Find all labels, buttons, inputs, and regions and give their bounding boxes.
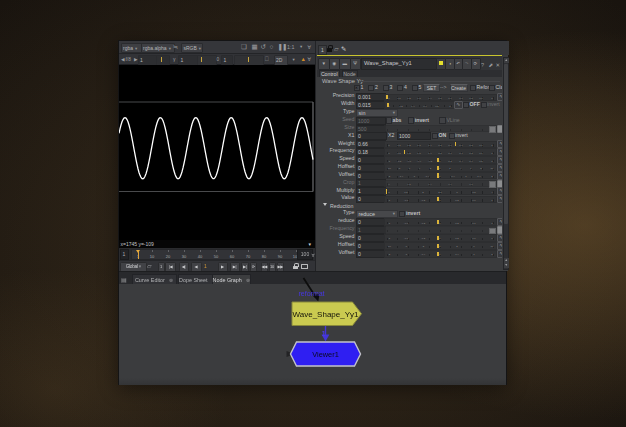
extra-label: 0 [217, 54, 220, 65]
node-tree-button[interactable]: Ψ [350, 58, 362, 70]
slider-marker[interactable] [387, 103, 388, 107]
pause-icon[interactable]: ❚❚ [278, 41, 287, 54]
scroll-up-icon[interactable]: ▲ [504, 58, 509, 63]
chevron-down-icon[interactable]: ▾ [300, 41, 302, 54]
ON-checkbox[interactable] [432, 133, 438, 139]
collapse-button[interactable]: ▼ [318, 58, 330, 70]
grid-icon[interactable]: ▦ [252, 41, 258, 54]
slider-marker[interactable] [437, 158, 438, 162]
max-panels-field[interactable]: 1 [318, 45, 327, 56]
lock-icon[interactable] [293, 263, 299, 270]
revert-icon[interactable]: ⟳ [471, 58, 481, 70]
slider-marker[interactable] [437, 197, 438, 201]
gamut-warning-icon[interactable]: ▲ [301, 54, 306, 65]
clapperboard-icon[interactable]: ▱ [147, 261, 152, 272]
ruler-frame-label: 60 [227, 254, 237, 259]
zoom-level[interactable]: 1:1 [287, 41, 295, 54]
preset-checkbox-3[interactable] [383, 85, 389, 91]
input-process-icon[interactable]: ≒ [173, 41, 178, 54]
invert-checkbox[interactable] [481, 102, 487, 108]
slider-tick-label: 0.8 [467, 183, 475, 186]
knob-row: Precision0.00100.10.20.30.40.50.60.70.80… [317, 92, 502, 100]
channels-dropdown[interactable]: rgba▾ [121, 43, 143, 54]
set-button[interactable]: SET [423, 84, 440, 93]
overlay-menu-icon[interactable]: ∀ [308, 41, 311, 54]
slider-marker[interactable] [455, 142, 456, 146]
chevron-down-icon[interactable]: ▾ [308, 241, 311, 247]
lut-dropdown[interactable]: sRGB▾ [181, 43, 203, 54]
layer-dropdown[interactable]: rgba.alpha▾ [141, 43, 175, 54]
tab-control[interactable]: Control [319, 70, 340, 77]
slider-marker[interactable] [437, 252, 438, 256]
minimize-button[interactable]: ▬ [339, 58, 351, 70]
collapse-triangle-icon[interactable] [323, 203, 327, 208]
invert-checkbox[interactable] [408, 117, 414, 123]
close-icon[interactable]: ⊗ [169, 277, 173, 283]
ruler-tick [280, 250, 281, 253]
roi-icon[interactable]: ○ [270, 41, 274, 54]
viewer-image-area[interactable] [119, 65, 315, 240]
clamp-checkbox[interactable] [489, 85, 495, 91]
slider-marker[interactable] [437, 173, 438, 177]
knob-value-field[interactable]: 0 [356, 250, 386, 258]
lock-icon[interactable] [327, 45, 333, 52]
invert-checkbox[interactable] [449, 133, 455, 139]
knob-row: reduce0-1-0.6-0.200.20.61∿ [317, 217, 502, 225]
slider-marker[interactable] [404, 150, 405, 154]
slider-tick-label: -10 [384, 167, 392, 170]
slider-marker[interactable] [386, 189, 387, 193]
abs-checkbox[interactable] [386, 117, 392, 123]
off-checkbox[interactable] [463, 102, 469, 108]
invert-label: invert [487, 101, 500, 107]
fstop-label: f/8 [126, 54, 131, 65]
fullscreen-icon[interactable] [301, 264, 309, 270]
slider-marker[interactable] [437, 244, 438, 248]
node-panel-header: ▼ ◉ ▬ Ψ Wave_Shape_Yy1 ◑ ↶ ↷ ⟳ ? ⬈ ✕ [317, 56, 502, 70]
monitor-stand [303, 268, 306, 269]
node-name-field[interactable]: Wave_Shape_Yy1 [361, 58, 437, 70]
scroll-up-icon[interactable]: ▲ [504, 258, 509, 263]
scroll-down-icon[interactable]: ▼ [504, 263, 509, 268]
overlay-menu-icon[interactable]: ∀ [308, 54, 311, 65]
slider-tick-label: 0.1 [395, 144, 403, 147]
knob-label: Type [317, 108, 355, 116]
sync-icon[interactable]: ↺ [261, 41, 266, 54]
preset-checkbox-5[interactable] [412, 85, 418, 91]
monitor-out-icon[interactable]: ❏ [241, 41, 247, 54]
scrollbar[interactable]: ▲ ▲ ▼ [503, 57, 509, 270]
preset-checkbox-1[interactable] [354, 85, 360, 91]
ruler-frame-label: 20 [163, 254, 173, 259]
format-icon[interactable]: ⎕ [265, 54, 269, 65]
invert-checkbox[interactable] [399, 211, 405, 217]
slider-tick-label: 0.3 [415, 97, 423, 100]
preset-checkbox-2[interactable] [368, 85, 374, 91]
VLine-checkbox[interactable] [439, 117, 445, 123]
node-graph[interactable] [119, 284, 506, 385]
slider-tick-label: 0.8 [467, 97, 475, 100]
playhead[interactable] [138, 250, 139, 260]
ruler-frame-label: 30 [179, 254, 189, 259]
slider-tick-label: -0.2 [425, 160, 433, 163]
slider-tick-label: 0.8 [477, 160, 485, 163]
knob-slider[interactable]: -2-1-0.400.412 [384, 250, 497, 257]
preset-checkbox-4[interactable] [397, 85, 403, 91]
current-frame[interactable]: 1 [204, 261, 207, 272]
animation-curve-icon[interactable]: ∿ [497, 250, 502, 258]
slider-marker[interactable] [437, 166, 438, 170]
check-label: abs [393, 117, 402, 123]
slider-marker[interactable] [437, 236, 438, 240]
tab-node[interactable]: Node [342, 70, 358, 77]
slider-marker[interactable] [437, 220, 438, 224]
knob-label: X1 [317, 132, 355, 140]
fstop-prev-icon[interactable]: ◀ [121, 54, 125, 65]
knob-label: Voffset [317, 171, 355, 179]
extra-slider-marker [248, 57, 249, 62]
chevron-down-icon: ▾ [169, 46, 171, 51]
chevron-down-icon[interactable]: ▾ [293, 54, 295, 65]
range-start-field[interactable]: 1 [120, 249, 129, 260]
slider-marker[interactable] [386, 95, 387, 99]
scrollbar-thumb[interactable] [504, 64, 508, 224]
close-icon[interactable]: ⊗ [246, 277, 250, 283]
create-button[interactable]: Create [450, 84, 468, 93]
refon-checkbox[interactable] [470, 85, 476, 91]
